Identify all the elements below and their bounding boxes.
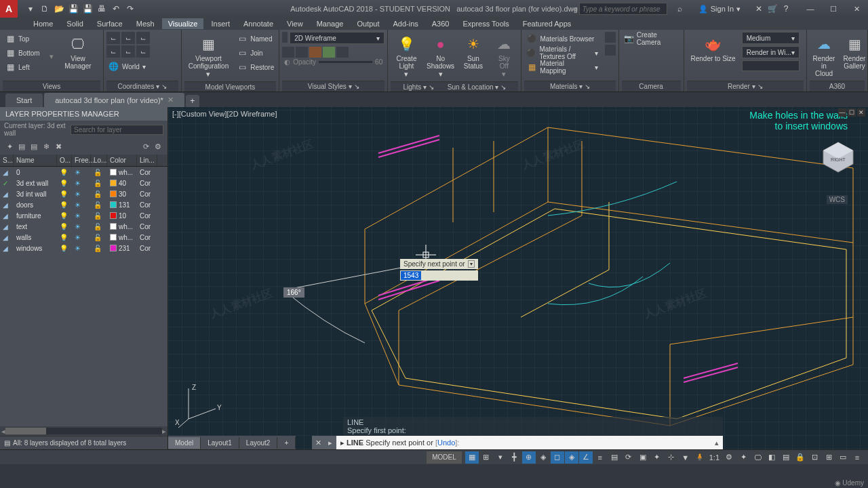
- exchange-icon[interactable]: ✕: [753, 3, 765, 15]
- save-icon[interactable]: 💾: [67, 3, 79, 15]
- menu-tab-home[interactable]: Home: [27, 18, 59, 29]
- visual-style-dropdown[interactable]: 2D Wireframe▾: [290, 32, 384, 44]
- ucs-icon-4[interactable]: ⌙: [106, 45, 120, 58]
- cmd-menu-icon[interactable]: ▸: [324, 436, 336, 449]
- menu-tab-solid[interactable]: Solid: [60, 18, 89, 29]
- menu-tab-output[interactable]: Output: [351, 18, 385, 29]
- menu-tab-express-tools[interactable]: Express Tools: [456, 18, 515, 29]
- status-grid-icon[interactable]: ▦: [465, 451, 479, 464]
- vs-opt5-icon[interactable]: [336, 47, 349, 58]
- status-cycle-icon[interactable]: ⟳: [622, 451, 635, 464]
- menu-tab-a360[interactable]: A360: [426, 18, 456, 29]
- status-trans-icon[interactable]: ▤: [608, 451, 621, 464]
- layer-filter-toggle-icon[interactable]: ▤: [4, 439, 10, 447]
- sky-off-button[interactable]: ☁Sky Off▾: [490, 32, 518, 81]
- render-size-input[interactable]: [742, 60, 800, 71]
- viewport-config-button[interactable]: ▦ Viewport Configuration▾: [184, 32, 233, 81]
- status-model-button[interactable]: MODEL: [427, 451, 462, 464]
- materials-browser-button[interactable]: ⚫Materials Browser: [524, 32, 599, 45]
- viewport-label[interactable]: [-][Custom View][2D Wireframe]: [172, 110, 277, 118]
- ucs-icon-1[interactable]: ⌙: [106, 32, 120, 44]
- vs-opt1-icon[interactable]: [282, 47, 294, 58]
- sign-in-button[interactable]: 👤 Sign In ▾: [693, 5, 746, 14]
- undo-icon[interactable]: ↶: [110, 3, 122, 15]
- menu-tab-surface[interactable]: Surface: [91, 18, 129, 29]
- vp-minimize-icon[interactable]: —: [838, 108, 846, 117]
- col-freeze[interactable]: Free...: [72, 155, 91, 166]
- new-tab-button[interactable]: +: [186, 95, 199, 107]
- layer-delete-icon[interactable]: ✖: [53, 141, 64, 152]
- layer-search-input[interactable]: [71, 125, 163, 135]
- sun-status-button[interactable]: ☀Sun Status: [458, 32, 488, 73]
- menu-tab-featured-apps[interactable]: Featured Apps: [517, 18, 578, 29]
- status-filter-icon[interactable]: ▼: [679, 451, 692, 464]
- status-units-icon[interactable]: ◧: [765, 451, 778, 464]
- layout-tab-layout2[interactable]: Layout2: [239, 437, 278, 449]
- status-iso-icon[interactable]: ◈: [536, 451, 550, 464]
- col-lock[interactable]: Lo...: [91, 155, 107, 166]
- status-monitor-icon[interactable]: 🖵: [751, 451, 764, 464]
- close-button[interactable]: ✕: [845, 0, 868, 18]
- vs-opt4-icon[interactable]: [323, 47, 335, 58]
- col-on[interactable]: O...: [57, 155, 72, 166]
- render-quality-dropdown[interactable]: Medium▾: [742, 32, 800, 44]
- command-line-input[interactable]: ▸ LINE Specify next point or [Undo]:: [336, 439, 711, 447]
- ucs-axes-icon[interactable]: Z Y X: [175, 382, 222, 429]
- restore-viewport-button[interactable]: ▭Restore: [235, 60, 276, 74]
- tab-start[interactable]: Start: [5, 94, 43, 107]
- infocenter-icon[interactable]: ⌕: [674, 3, 686, 15]
- status-dyn-icon[interactable]: ✦: [650, 451, 664, 464]
- minimize-button[interactable]: —: [799, 0, 822, 18]
- vs-opt2-icon[interactable]: [296, 47, 308, 58]
- layout-tab-layout1[interactable]: Layout1: [201, 437, 239, 449]
- status-dd-icon[interactable]: ▾: [494, 451, 507, 464]
- menu-tab-annotate[interactable]: Annotate: [237, 18, 279, 29]
- layer-filter-icon[interactable]: ▤: [16, 141, 27, 152]
- layer-row[interactable]: ✓3d ext wall💡☀🔓40Cor: [0, 178, 167, 188]
- menu-tab-add-ins[interactable]: Add-ins: [387, 18, 424, 29]
- menu-tab-visualize[interactable]: Visualize: [162, 18, 204, 29]
- create-camera-button[interactable]: 📷Create Camera: [622, 32, 681, 45]
- ucs-icon-5[interactable]: ⌙: [121, 45, 135, 58]
- cmd-close-icon[interactable]: ✕: [312, 436, 324, 449]
- help-search-input[interactable]: [579, 3, 667, 15]
- status-otrack-icon[interactable]: ∠: [579, 451, 593, 464]
- mat-aux2-icon[interactable]: [605, 45, 616, 56]
- viewcube[interactable]: RIGHT: [821, 140, 856, 175]
- create-light-button[interactable]: 💡Create Light▾: [391, 32, 422, 81]
- maximize-button[interactable]: ☐: [822, 0, 845, 18]
- status-custom-icon[interactable]: ≡: [850, 451, 864, 464]
- plot-icon[interactable]: 🖶: [96, 3, 108, 15]
- tab-current-file[interactable]: autocad 3d floor plan (for video)*✕: [44, 93, 184, 107]
- open-icon[interactable]: 📂: [53, 3, 65, 15]
- dyn-options-icon[interactable]: ▾: [468, 260, 475, 268]
- help-icon[interactable]: ?: [780, 3, 792, 15]
- col-color[interactable]: Color: [107, 155, 137, 166]
- materials-textures-button[interactable]: ⚫Materials / Textures Off ▾: [524, 46, 599, 60]
- ucs-icon-6[interactable]: ⌙: [136, 45, 150, 58]
- layer-row[interactable]: ◢windows💡☀🔓231Cor: [0, 243, 167, 253]
- view-manager-button[interactable]: 🖵 View Manager: [56, 32, 100, 73]
- layer-settings-icon[interactable]: ⚙: [153, 141, 163, 152]
- layer-row[interactable]: ◢0💡☀🔓wh...Cor: [0, 167, 167, 178]
- col-line[interactable]: Lin...: [137, 155, 157, 166]
- menu-tab-insert[interactable]: Insert: [205, 18, 236, 29]
- named-viewport-button[interactable]: ▭Named: [235, 32, 276, 45]
- status-lw-icon[interactable]: ≡: [593, 451, 607, 464]
- no-shadows-button[interactable]: ●No Shadows▾: [425, 32, 457, 81]
- layer-new-icon[interactable]: ✦: [4, 141, 15, 152]
- render-window-dropdown[interactable]: Render in Wi...▾: [742, 46, 800, 58]
- layer-row[interactable]: ◢walls💡☀🔓wh...Cor: [0, 232, 167, 243]
- layer-freeze-icon[interactable]: ❄: [41, 141, 52, 152]
- status-iso2-icon[interactable]: ⊡: [808, 451, 821, 464]
- layer-row[interactable]: ◢text💡☀🔓wh...Cor: [0, 221, 167, 232]
- status-anno-icon[interactable]: 🧍: [693, 451, 707, 464]
- col-status[interactable]: S...: [0, 155, 14, 166]
- layer-row[interactable]: ◢3d int wall💡☀🔓30Cor: [0, 188, 167, 199]
- redo-icon[interactable]: ↷: [124, 3, 136, 15]
- close-tab-icon[interactable]: ✕: [167, 96, 174, 104]
- status-scale-label[interactable]: 1:1: [707, 451, 722, 464]
- qat-menu-icon[interactable]: ▾: [24, 3, 37, 15]
- layout-tab-model[interactable]: Model: [168, 437, 201, 449]
- vp-close-icon[interactable]: ✕: [857, 108, 865, 117]
